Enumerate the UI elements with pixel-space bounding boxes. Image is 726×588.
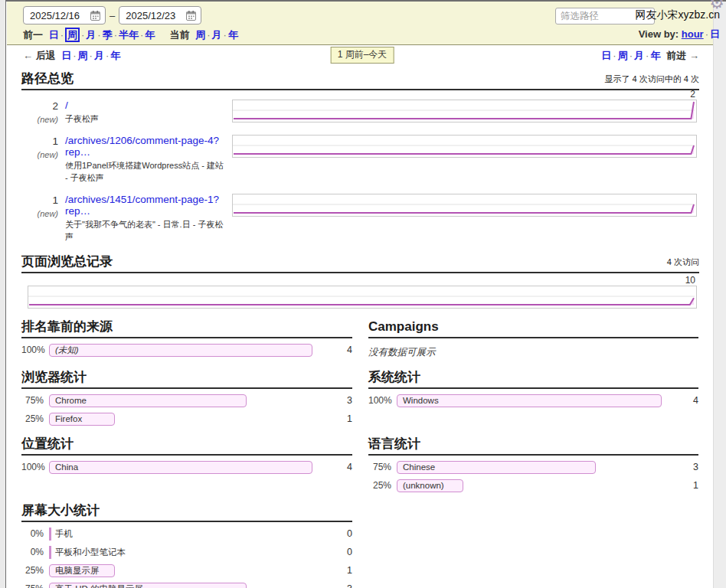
visits-sparkline: 2 (232, 100, 697, 122)
visit-count: 1 (21, 136, 58, 147)
content: – 前一 日·周·月·季·半年·年 当前 周·月·年 ← 后退 日·周 (7, 2, 713, 588)
bar-track: (unknown) (397, 479, 662, 492)
bar-track: (未知) (49, 344, 312, 357)
date-to-box[interactable] (119, 6, 201, 24)
bar-track: Chrome (49, 394, 312, 407)
percent-label: 75% (21, 395, 44, 406)
path-chart-area (232, 135, 697, 185)
back-day[interactable]: 日 (61, 50, 71, 61)
nav-current-year[interactable]: 年 (228, 29, 238, 41)
stat-row: 75% Chinese 3 (368, 461, 698, 474)
scrollbar-track[interactable] (713, 0, 726, 588)
view-by-hour-link[interactable]: hour (682, 28, 704, 40)
stat-count: 3 (312, 395, 352, 406)
calendar-icon[interactable] (186, 11, 196, 21)
subnav-row: ← 后退 日·周·月·年 1 周前–今天 日·周·月·年 前进→ (7, 45, 713, 65)
view-by-day-link[interactable]: 日 (710, 28, 720, 40)
visit-count: 1 (21, 194, 58, 206)
nav-prev-quarter[interactable]: 季 (103, 29, 113, 41)
view-by-label: View by: (639, 28, 679, 40)
page-title: 子夜松声 (65, 113, 226, 126)
nav-prev-year[interactable]: 年 (145, 29, 155, 41)
path-chart-area (232, 194, 697, 243)
percent-label: 100% (368, 395, 391, 406)
bar-track: Firefox (49, 413, 312, 426)
screens-section: 屏幕大小统计 0% 手机 0 0% 平板和小型笔记本 (21, 503, 352, 588)
percent-label: 0% (21, 547, 44, 557)
percent-label: 100% (21, 462, 44, 472)
browsers-section: 浏览器统计 75% Chrome 3 25% Firefox (21, 370, 352, 426)
new-badge: (new) (21, 115, 58, 124)
stat-label: China (55, 462, 78, 472)
stat-label: Windows (403, 396, 439, 405)
forward-arrow-icon: → (689, 50, 699, 61)
nav-current-week[interactable]: 周 (195, 29, 205, 41)
stat-row: 0% 平板和小型笔记本 0 (21, 546, 352, 559)
back-week[interactable]: 周 (78, 50, 88, 61)
stat-row: 100% China 4 (21, 461, 352, 474)
forward-day[interactable]: 日 (601, 50, 611, 61)
path-row: 2 (new) / 子夜松声 2 (21, 100, 699, 126)
stats-band: 屏幕大小统计 0% 手机 0 0% 平板和小型笔记本 (21, 503, 699, 588)
bar-track: Windows (397, 394, 662, 407)
stats-band: 位置统计 100% China 4 语言统计 75% (21, 436, 699, 492)
page-title: 关于"我那不争气的老表" - 日常.日 - 子夜松声 (65, 219, 226, 243)
nav-current-month[interactable]: 月 (212, 29, 222, 41)
date-from-box[interactable] (23, 6, 106, 24)
dot-separator: · (705, 28, 708, 40)
date-to-input[interactable] (126, 10, 182, 21)
main-area: 路径总览 显示了 4 次访问中的 4 次 2 (new) / 子夜松声 2 (7, 71, 713, 588)
dot-separator: · (140, 29, 143, 41)
bar-track: China (49, 461, 312, 474)
stats-band: 浏览器统计 75% Chrome 3 25% Firefox (21, 370, 699, 426)
date-from-input[interactable] (30, 10, 87, 21)
bar-track: Chinese (397, 461, 662, 474)
campaigns-empty-text: 没有数据可展示 (368, 346, 698, 359)
path-info: /archives/1451/comment-page-1?rep… 关于"我那… (65, 194, 226, 243)
locations-title: 位置统计 (21, 436, 74, 452)
stat-row: 100% (未知) 4 (21, 344, 352, 357)
calendar-icon[interactable] (90, 11, 100, 21)
stat-count: 3 (662, 462, 698, 472)
pageviews-sparkline: 10 (28, 286, 697, 309)
forward-month[interactable]: 月 (634, 50, 644, 61)
nav-prev-month[interactable]: 月 (86, 29, 96, 41)
period-nav-row: 前一 日·周·月·季·半年·年 当前 周·月·年 (23, 28, 713, 41)
forward-year[interactable]: 年 (650, 50, 660, 61)
stat-row: 75% Chrome 3 (21, 394, 352, 407)
nav-prev-halfyear[interactable]: 半年 (119, 29, 139, 41)
path-link[interactable]: /archives/1451/comment-page-1?rep… (65, 194, 226, 217)
forward-week[interactable]: 周 (618, 50, 628, 61)
forward-label: 前进 (666, 50, 686, 61)
bar-track: 手机 (49, 528, 312, 541)
dot-separator: · (224, 29, 227, 41)
dot-separator: · (114, 29, 117, 41)
percent-label: 25% (21, 413, 44, 424)
stat-count: 1 (312, 565, 352, 576)
nav-prev-day[interactable]: 日 (49, 29, 59, 41)
back-month[interactable]: 月 (94, 50, 104, 61)
systems-title: 系统统计 (368, 370, 420, 385)
pageviews-chart-area: 10 (28, 286, 697, 309)
paths-summary: 显示了 4 次访问中的 4 次 (605, 74, 699, 85)
dot-separator: · (90, 50, 93, 61)
referrers-section: 排名靠前的来源 100% (未知) 4 (21, 319, 352, 357)
browsers-title: 浏览器统计 (21, 370, 87, 385)
path-link[interactable]: / (65, 100, 226, 111)
stat-row: 100% Windows 4 (368, 394, 698, 407)
back-year[interactable]: 年 (110, 50, 120, 61)
stat-label: (未知) (55, 345, 79, 356)
current-label: 当前 (170, 29, 190, 41)
prev-label: 前一 (23, 29, 43, 41)
stat-bar (49, 344, 312, 357)
percent-label: 100% (21, 345, 44, 355)
nav-prev-week-selected[interactable]: 周 (65, 28, 80, 42)
pageviews-section-header: 页面浏览总记录 4 次访问 (21, 254, 699, 273)
page-title: 使用1Panel环境搭建Wordpress站点 - 建站 - 子夜松声 (65, 160, 226, 185)
percent-label: 25% (368, 480, 391, 491)
path-link[interactable]: /archives/1206/comment-page-4?rep… (65, 135, 226, 158)
stat-row: 25% (unknown) 1 (368, 479, 698, 492)
new-badge: (new) (21, 150, 58, 159)
stat-label: 高于 HD 的电脑显示屏 (55, 583, 143, 588)
dot-separator: · (646, 50, 649, 61)
